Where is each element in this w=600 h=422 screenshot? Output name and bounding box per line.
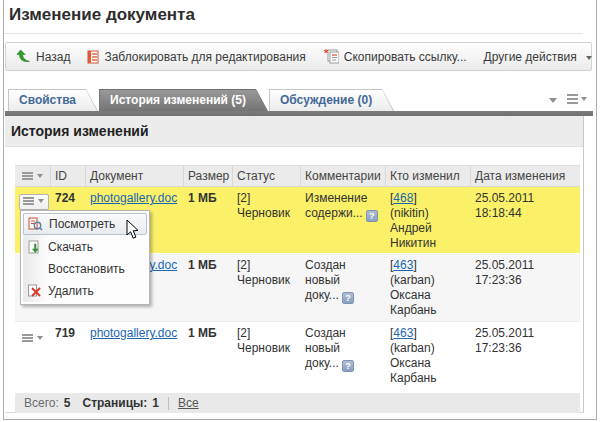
row-size: 1 МБ	[183, 187, 232, 253]
page-number[interactable]: 1	[152, 396, 159, 410]
caret-down-icon	[586, 56, 592, 60]
row-date: 25.05.201117:23:36	[470, 254, 580, 321]
title-divider	[4, 33, 583, 34]
menu-item-label: Скачать	[48, 240, 93, 254]
hint-icon[interactable]: ?	[366, 210, 378, 222]
mouse-cursor	[126, 220, 140, 240]
back-icon	[16, 50, 31, 64]
tab-history-label: История изменений (5)	[99, 89, 268, 111]
column-header-status[interactable]: Статус	[232, 166, 300, 186]
tab-properties-label: Свойства	[8, 89, 98, 111]
row-size: 1 МБ	[183, 322, 232, 388]
header-menu-cell[interactable]	[15, 166, 50, 186]
table-header-row: ID Документ Размер Статус Комментарии Кт…	[15, 165, 580, 187]
menu-item-restore[interactable]: Восстановить	[23, 258, 147, 280]
column-header-document[interactable]: Документ	[85, 166, 183, 186]
lock-for-edit-label: Заблокировать для редактирования	[104, 50, 305, 64]
tab-settings-button[interactable]	[567, 94, 587, 104]
row-who: [463] (karban) Оксана Карбань	[385, 322, 470, 388]
row-status: [2]Черновик	[232, 322, 300, 388]
page-title: Изменение документа	[9, 5, 195, 25]
pages-label: Страницы:	[83, 396, 148, 410]
hint-icon[interactable]: ?	[342, 292, 354, 304]
copy-link-icon	[323, 49, 339, 64]
row-actions-button[interactable]	[20, 332, 46, 340]
table-footer: Всего: 5 Страницы: 1 Все	[15, 393, 580, 413]
tab-discussion[interactable]: Обсуждение (0)	[269, 89, 394, 111]
other-actions-button[interactable]: Другие действия	[484, 50, 592, 64]
row-date: 25.05.201118:18:44	[470, 187, 580, 253]
tab-history[interactable]: История изменений (5)	[99, 89, 268, 111]
user-link[interactable]: 463	[393, 326, 413, 340]
hint-icon[interactable]: ?	[342, 360, 354, 372]
delete-icon	[26, 283, 42, 299]
show-all-link[interactable]: Все	[178, 396, 199, 410]
back-button[interactable]: Назад	[16, 50, 70, 64]
row-size: 1 МБ	[183, 254, 232, 321]
user-link[interactable]: 468	[393, 191, 413, 205]
menu-item-label: Восстановить	[48, 262, 125, 276]
collapse-tabs-icon[interactable]	[549, 98, 557, 103]
total-label: Всего:	[24, 396, 59, 410]
row-comment: Создан новый доку...?	[300, 322, 385, 388]
row-status: [2]Черновик	[232, 254, 300, 321]
copy-link-button[interactable]: Скопировать ссылку...	[323, 49, 467, 64]
view-icon	[27, 216, 43, 232]
footer-divider	[168, 397, 169, 410]
column-header-date[interactable]: Дата изменения	[470, 166, 580, 186]
copy-link-label: Скопировать ссылку...	[344, 50, 467, 64]
lock-document-icon	[87, 50, 99, 64]
row-comment: Создан новый доку...?	[300, 254, 385, 321]
row-status: [2]Черновик	[232, 187, 300, 253]
column-header-who[interactable]: Кто изменил	[385, 166, 470, 186]
download-icon	[26, 239, 42, 255]
row-comment: Изменение содержи...?	[300, 187, 385, 253]
grid-menu-icon	[22, 174, 43, 178]
row-who: [468] (nikitin) Андрей Никитин	[385, 187, 470, 253]
menu-item-delete[interactable]: Удалить	[23, 280, 147, 302]
other-actions-label: Другие действия	[484, 50, 577, 64]
menu-item-label: Посмотреть	[49, 217, 115, 231]
column-header-size[interactable]: Размер	[183, 166, 232, 186]
tab-properties[interactable]: Свойства	[8, 89, 98, 111]
user-link[interactable]: 463	[393, 258, 413, 272]
toolbar: Назад Заблокировать для редактирования С…	[5, 42, 592, 71]
table-row: 719 photogallery.doc 1 МБ [2]Черновик Со…	[15, 321, 580, 388]
tab-strip: Свойства История изменений (5) Обсуждени…	[8, 89, 395, 111]
total-value: 5	[64, 396, 71, 410]
column-header-id[interactable]: ID	[50, 166, 85, 186]
section-title: История изменений	[5, 116, 583, 147]
document-link[interactable]: photogallery.doc	[90, 326, 177, 340]
row-who: [463] (karban) Оксана Карбань	[385, 254, 470, 321]
menu-item-label: Удалить	[48, 284, 94, 298]
document-link[interactable]: photogallery.doc	[90, 191, 177, 205]
row-actions-button[interactable]	[19, 194, 49, 210]
lock-for-edit-button[interactable]: Заблокировать для редактирования	[87, 50, 305, 64]
empty-icon	[26, 261, 42, 277]
caret-down-icon	[581, 97, 587, 101]
row-id: 719	[50, 322, 85, 388]
column-header-comments[interactable]: Комментарии	[300, 166, 385, 186]
hamburger-icon	[567, 94, 578, 96]
tab-discussion-label: Обсуждение (0)	[269, 89, 394, 111]
back-label: Назад	[36, 50, 70, 64]
row-date: 25.05.201117:23:36	[470, 322, 580, 388]
